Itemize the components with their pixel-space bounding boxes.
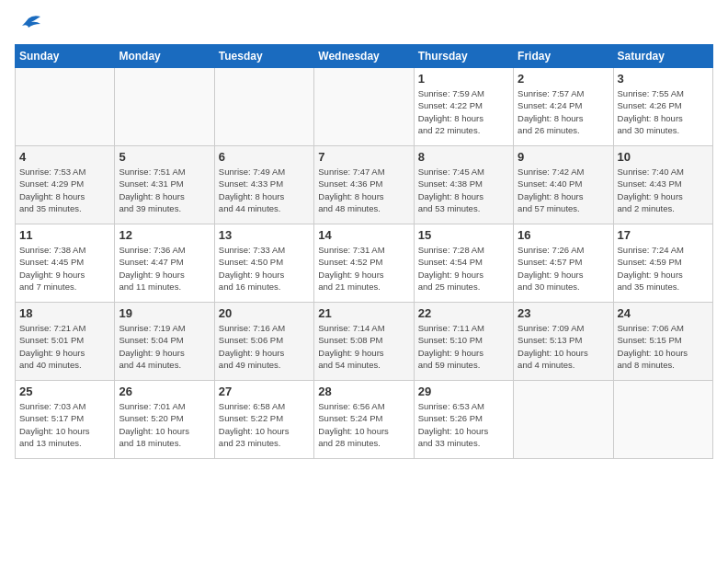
calendar-cell: 4Sunrise: 7:53 AM Sunset: 4:29 PM Daylig… (16, 146, 115, 224)
day-number: 27 (219, 385, 310, 398)
week-row-5: 25Sunrise: 7:03 AM Sunset: 5:17 PM Dayli… (16, 381, 713, 459)
calendar-cell (514, 381, 613, 459)
calendar-cell (214, 68, 313, 146)
day-number: 9 (518, 150, 609, 164)
day-info: Sunrise: 7:16 AM Sunset: 5:06 PM Dayligh… (219, 322, 310, 371)
calendar-cell: 9Sunrise: 7:42 AM Sunset: 4:40 PM Daylig… (514, 146, 613, 224)
day-info: Sunrise: 7:40 AM Sunset: 4:43 PM Dayligh… (618, 166, 709, 214)
week-row-4: 18Sunrise: 7:21 AM Sunset: 5:01 PM Dayli… (16, 303, 713, 381)
calendar-cell: 18Sunrise: 7:21 AM Sunset: 5:01 PM Dayli… (16, 303, 115, 381)
day-info: Sunrise: 7:14 AM Sunset: 5:08 PM Dayligh… (318, 322, 409, 371)
day-info: Sunrise: 7:55 AM Sunset: 4:26 PM Dayligh… (618, 87, 709, 136)
calendar-cell: 12Sunrise: 7:36 AM Sunset: 4:47 PM Dayli… (115, 224, 214, 303)
calendar-cell: 20Sunrise: 7:16 AM Sunset: 5:06 PM Dayli… (214, 303, 313, 381)
day-info: Sunrise: 7:49 AM Sunset: 4:33 PM Dayligh… (219, 166, 310, 214)
calendar-cell: 2Sunrise: 7:57 AM Sunset: 4:24 PM Daylig… (514, 68, 613, 146)
day-info: Sunrise: 7:19 AM Sunset: 5:04 PM Dayligh… (119, 322, 210, 371)
day-number: 17 (618, 228, 709, 242)
day-info: Sunrise: 7:06 AM Sunset: 5:15 PM Dayligh… (618, 322, 709, 371)
day-info: Sunrise: 7:33 AM Sunset: 4:50 PM Dayligh… (219, 244, 310, 293)
day-number: 22 (418, 306, 509, 320)
day-info: Sunrise: 7:51 AM Sunset: 4:31 PM Dayligh… (119, 166, 210, 214)
day-number: 11 (19, 228, 110, 242)
day-number: 26 (119, 385, 210, 398)
day-info: Sunrise: 7:11 AM Sunset: 5:10 PM Dayligh… (418, 322, 509, 371)
logo-bird-icon (15, 15, 42, 37)
day-number: 13 (219, 228, 310, 242)
weekday-header-row: SundayMondayTuesdayWednesdayThursdayFrid… (16, 45, 713, 68)
calendar-cell: 17Sunrise: 7:24 AM Sunset: 4:59 PM Dayli… (613, 224, 712, 303)
day-number: 3 (618, 72, 709, 86)
calendar-table: SundayMondayTuesdayWednesdayThursdayFrid… (15, 44, 713, 459)
day-number: 12 (119, 228, 210, 242)
day-number: 1 (418, 72, 509, 86)
day-number: 29 (418, 385, 509, 398)
calendar-cell (314, 68, 414, 146)
calendar-cell: 21Sunrise: 7:14 AM Sunset: 5:08 PM Dayli… (314, 303, 414, 381)
calendar-cell: 15Sunrise: 7:28 AM Sunset: 4:54 PM Dayli… (414, 224, 513, 303)
day-number: 20 (219, 306, 310, 320)
calendar-cell: 26Sunrise: 7:01 AM Sunset: 5:20 PM Dayli… (115, 381, 214, 459)
day-info: Sunrise: 6:53 AM Sunset: 5:26 PM Dayligh… (418, 400, 509, 449)
day-info: Sunrise: 6:56 AM Sunset: 5:24 PM Dayligh… (318, 400, 409, 449)
header (15, 15, 713, 37)
week-row-1: 1Sunrise: 7:59 AM Sunset: 4:22 PM Daylig… (16, 68, 713, 146)
calendar-cell: 16Sunrise: 7:26 AM Sunset: 4:57 PM Dayli… (514, 224, 613, 303)
calendar-cell: 19Sunrise: 7:19 AM Sunset: 5:04 PM Dayli… (115, 303, 214, 381)
calendar-cell (613, 381, 712, 459)
day-number: 4 (19, 150, 110, 164)
day-info: Sunrise: 7:42 AM Sunset: 4:40 PM Dayligh… (518, 166, 609, 214)
calendar-cell: 27Sunrise: 6:58 AM Sunset: 5:22 PM Dayli… (214, 381, 313, 459)
calendar-cell: 3Sunrise: 7:55 AM Sunset: 4:26 PM Daylig… (613, 68, 712, 146)
day-number: 7 (318, 150, 409, 164)
day-number: 23 (518, 306, 609, 320)
day-info: Sunrise: 7:01 AM Sunset: 5:20 PM Dayligh… (119, 400, 210, 449)
calendar-cell: 7Sunrise: 7:47 AM Sunset: 4:36 PM Daylig… (314, 146, 414, 224)
calendar-cell (115, 68, 214, 146)
calendar-cell: 22Sunrise: 7:11 AM Sunset: 5:10 PM Dayli… (414, 303, 513, 381)
day-info: Sunrise: 7:47 AM Sunset: 4:36 PM Dayligh… (318, 166, 409, 214)
calendar-cell: 28Sunrise: 6:56 AM Sunset: 5:24 PM Dayli… (314, 381, 414, 459)
day-info: Sunrise: 7:38 AM Sunset: 4:45 PM Dayligh… (19, 244, 110, 293)
weekday-header-wednesday: Wednesday (314, 45, 414, 68)
day-info: Sunrise: 7:03 AM Sunset: 5:17 PM Dayligh… (19, 400, 110, 449)
day-info: Sunrise: 7:59 AM Sunset: 4:22 PM Dayligh… (418, 87, 509, 136)
weekday-header-friday: Friday (514, 45, 613, 68)
week-row-2: 4Sunrise: 7:53 AM Sunset: 4:29 PM Daylig… (16, 146, 713, 224)
day-info: Sunrise: 7:09 AM Sunset: 5:13 PM Dayligh… (518, 322, 609, 371)
day-number: 18 (19, 306, 110, 320)
calendar-cell: 8Sunrise: 7:45 AM Sunset: 4:38 PM Daylig… (414, 146, 513, 224)
day-number: 10 (618, 150, 709, 164)
calendar-cell: 23Sunrise: 7:09 AM Sunset: 5:13 PM Dayli… (514, 303, 613, 381)
calendar-cell: 14Sunrise: 7:31 AM Sunset: 4:52 PM Dayli… (314, 224, 414, 303)
weekday-header-monday: Monday (115, 45, 214, 68)
week-row-3: 11Sunrise: 7:38 AM Sunset: 4:45 PM Dayli… (16, 224, 713, 303)
day-number: 24 (618, 306, 709, 320)
weekday-header-sunday: Sunday (16, 45, 115, 68)
day-number: 28 (318, 385, 409, 398)
day-number: 21 (318, 306, 409, 320)
day-info: Sunrise: 7:21 AM Sunset: 5:01 PM Dayligh… (19, 322, 110, 371)
day-info: Sunrise: 7:24 AM Sunset: 4:59 PM Dayligh… (618, 244, 709, 293)
day-info: Sunrise: 7:28 AM Sunset: 4:54 PM Dayligh… (418, 244, 509, 293)
calendar-cell: 11Sunrise: 7:38 AM Sunset: 4:45 PM Dayli… (16, 224, 115, 303)
day-info: Sunrise: 7:31 AM Sunset: 4:52 PM Dayligh… (318, 244, 409, 293)
day-number: 8 (418, 150, 509, 164)
day-number: 6 (219, 150, 310, 164)
logo (15, 15, 46, 37)
calendar-cell (16, 68, 115, 146)
day-number: 25 (19, 385, 110, 398)
day-info: Sunrise: 7:36 AM Sunset: 4:47 PM Dayligh… (119, 244, 210, 293)
calendar-cell: 10Sunrise: 7:40 AM Sunset: 4:43 PM Dayli… (613, 146, 712, 224)
day-info: Sunrise: 7:57 AM Sunset: 4:24 PM Dayligh… (518, 87, 609, 136)
day-info: Sunrise: 7:53 AM Sunset: 4:29 PM Dayligh… (19, 166, 110, 214)
day-number: 14 (318, 228, 409, 242)
day-info: Sunrise: 6:58 AM Sunset: 5:22 PM Dayligh… (219, 400, 310, 449)
calendar-cell: 1Sunrise: 7:59 AM Sunset: 4:22 PM Daylig… (414, 68, 513, 146)
weekday-header-thursday: Thursday (414, 45, 513, 68)
day-number: 5 (119, 150, 210, 164)
day-number: 16 (518, 228, 609, 242)
day-number: 19 (119, 306, 210, 320)
day-number: 2 (518, 72, 609, 86)
calendar-cell: 5Sunrise: 7:51 AM Sunset: 4:31 PM Daylig… (115, 146, 214, 224)
